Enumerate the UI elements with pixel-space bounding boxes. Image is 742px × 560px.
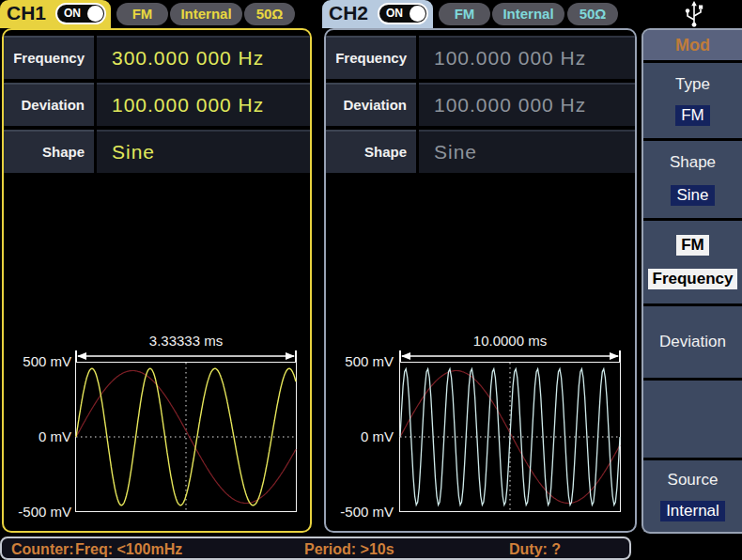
- counter-bar: Counter: Freq: <100mHz Period: >10s Duty…: [0, 537, 631, 560]
- ch1-ylabel-top: 500 mV: [4, 353, 71, 369]
- usb-icon: [683, 1, 705, 31]
- ch1-on-toggle[interactable]: ON: [55, 3, 106, 24]
- ch1-deviation-label: Deviation: [4, 83, 94, 126]
- ch2-source-badge: Internal: [492, 3, 564, 25]
- ch1-timespan-label: 3.33333 ms: [75, 333, 297, 349]
- counter-freq: Freq: <100mHz: [75, 539, 182, 559]
- ch1-parameter-rows: Frequency 300.000 000 Hz Deviation 100.0…: [4, 36, 310, 177]
- ch1-tab[interactable]: CH1 ON: [0, 0, 111, 28]
- ch1-shape-label: Shape: [4, 130, 94, 173]
- ch1-panel: Frequency 300.000 000 Hz Deviation 100.0…: [2, 28, 312, 533]
- softkey-shape[interactable]: Shape Sine: [643, 141, 742, 221]
- softkey-source[interactable]: Source Internal: [643, 460, 742, 532]
- ch1-frequency-label: Frequency: [4, 36, 94, 79]
- counter-duty: Duty: ?: [509, 539, 561, 559]
- ch1-frequency-value[interactable]: 300.000 000 Hz: [97, 36, 310, 79]
- type-label: Type: [675, 75, 710, 94]
- ch1-toggle-knob: [87, 6, 103, 22]
- counter-label: Counter:: [11, 539, 74, 559]
- ch1-modulation-badge: FM: [116, 3, 168, 25]
- ch2-timespan-label: 10.0000 ms: [399, 333, 621, 349]
- ch1-source-badge: Internal: [170, 3, 242, 25]
- softkey-type[interactable]: Type FM: [643, 63, 742, 141]
- ch1-ylabel-zero: 0 mV: [4, 428, 71, 444]
- shape-label: Shape: [670, 153, 716, 172]
- softkey-deviation[interactable]: Deviation: [643, 306, 742, 381]
- ch2-shape-row: Shape Sine: [326, 130, 635, 173]
- source-label: Source: [668, 471, 719, 490]
- ch2-ylabel-bottom: -500 mV: [326, 504, 394, 520]
- ch2-on-toggle[interactable]: ON: [378, 3, 428, 24]
- ch1-waveform-plot: [75, 362, 297, 512]
- ch1-toggle-state: ON: [64, 7, 81, 20]
- ch1-deviation-value[interactable]: 100.000 000 Hz: [97, 83, 310, 126]
- ch2-deviation-value[interactable]: 100.000 000 Hz: [419, 83, 635, 126]
- ch1-timespan-arrow: [75, 350, 297, 363]
- fm-frequency-selected-top: FM: [676, 235, 709, 256]
- type-value: FM: [675, 105, 710, 126]
- ch2-ylabel-top: 500 mV: [326, 353, 394, 369]
- ch2-panel: Frequency 100.000 000 Hz Deviation 100.0…: [324, 28, 637, 533]
- ch2-frequency-row: Frequency 100.000 000 Hz: [326, 36, 635, 79]
- ch2-parameter-rows: Frequency 100.000 000 Hz Deviation 100.0…: [326, 36, 635, 177]
- ch1-frequency-row: Frequency 300.000 000 Hz: [4, 36, 310, 79]
- softkey-blank: [643, 381, 742, 460]
- ch1-ylabel-bottom: -500 mV: [4, 504, 71, 520]
- menu-title: Mod: [643, 30, 742, 63]
- ch2-deviation-row: Deviation 100.000 000 Hz: [326, 83, 635, 126]
- ch2-tab-label: CH2: [329, 2, 368, 24]
- ch2-modulation-badge: FM: [439, 3, 490, 25]
- ch2-toggle-state: ON: [386, 7, 403, 20]
- ch2-waveform-plot: [399, 362, 621, 512]
- counter-period: Period: >10s: [304, 539, 394, 559]
- softkey-fm-frequency[interactable]: FM Frequency: [643, 221, 742, 306]
- softkey-menu: Mod Type FM Shape Sine FM Frequency Devi…: [642, 28, 742, 534]
- deviation-label: Deviation: [659, 333, 726, 351]
- ch2-ylabel-zero: 0 mV: [326, 428, 394, 444]
- ch2-deviation-label: Deviation: [326, 83, 416, 126]
- ch1-shape-value[interactable]: Sine: [97, 130, 310, 173]
- ch1-impedance-badge: 50Ω: [244, 3, 295, 25]
- fm-frequency-selected-bottom: Frequency: [648, 269, 738, 289]
- ch2-toggle-knob: [410, 6, 425, 22]
- ch2-frequency-value[interactable]: 100.000 000 Hz: [419, 36, 635, 79]
- ch2-impedance-badge: 50Ω: [567, 3, 618, 25]
- ch2-shape-value[interactable]: Sine: [419, 130, 635, 173]
- ch2-frequency-label: Frequency: [326, 36, 416, 79]
- ch2-timespan-arrow: [399, 350, 621, 363]
- shape-value: Sine: [671, 185, 714, 206]
- ch1-shape-row: Shape Sine: [4, 130, 310, 173]
- ch1-tab-label: CH1: [7, 2, 46, 24]
- ch1-deviation-row: Deviation 100.000 000 Hz: [4, 83, 310, 126]
- source-value: Internal: [660, 501, 725, 521]
- signal-generator-screen: CH1 ON FM Internal 50Ω CH2 ON FM Interna…: [0, 0, 742, 560]
- ch2-tab[interactable]: CH2 ON: [322, 0, 433, 28]
- ch2-shape-label: Shape: [326, 130, 416, 173]
